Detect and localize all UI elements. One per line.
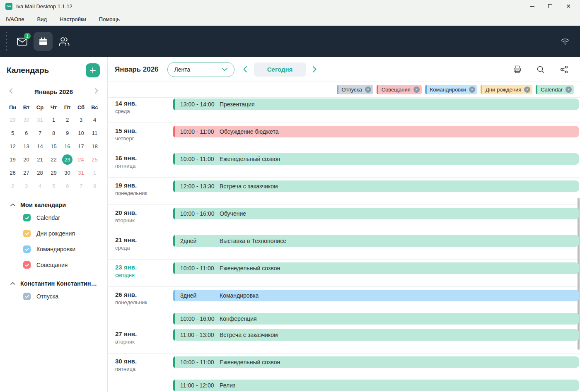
remove-filter-icon[interactable]: ✕ — [413, 87, 420, 93]
event-item[interactable]: 10:00 - 11:00Обсуждение бюджета — [173, 126, 579, 137]
mini-calendar-day[interactable]: 21 — [33, 153, 47, 166]
scrollbar-thumb[interactable] — [578, 198, 580, 350]
maximize-icon[interactable] — [541, 0, 559, 12]
event-time: 13:00 - 14:00 — [180, 101, 220, 108]
mini-calendar-day[interactable]: 4 — [88, 113, 102, 126]
remove-filter-icon[interactable]: ✕ — [524, 87, 530, 93]
share-button[interactable] — [559, 65, 569, 75]
calendar-list-item[interactable]: Командировки — [0, 241, 107, 257]
mini-calendar-day-label: 16 — [64, 143, 70, 149]
search-button[interactable] — [536, 65, 546, 75]
mini-calendar-day[interactable]: 3 — [74, 113, 88, 126]
event-item[interactable]: 13:00 - 14:00Презентация — [173, 99, 579, 110]
mini-calendar-day[interactable]: 20 — [19, 153, 33, 166]
calendar-list-item[interactable]: Совещания — [0, 257, 107, 273]
next-period-button[interactable] — [309, 63, 321, 77]
mini-calendar-day[interactable]: 23 — [60, 153, 74, 166]
event-item[interactable]: 12:00 - 13:30Встреча с заказчиком — [173, 180, 579, 192]
mini-calendar-day[interactable]: 6 — [60, 179, 74, 192]
calendar-checkbox[interactable] — [23, 214, 31, 221]
mini-calendar-day[interactable]: 28 — [33, 166, 47, 179]
event-item[interactable]: 10:00 - 11:00Еженедельный созвон — [173, 356, 579, 368]
minimize-icon[interactable] — [523, 0, 541, 12]
calendar-list-item[interactable]: Дни рождения — [0, 226, 107, 241]
check-icon — [25, 248, 29, 251]
prev-period-button[interactable] — [239, 63, 251, 77]
mini-calendar-day[interactable]: 3 — [19, 179, 33, 192]
add-calendar-button[interactable] — [86, 63, 100, 77]
remove-filter-icon[interactable]: ✕ — [365, 87, 371, 93]
event-item[interactable]: 10:00 - 11:00Еженедельный созвон — [173, 262, 579, 274]
calendar-button[interactable] — [34, 32, 53, 51]
view-select[interactable]: Лента — [167, 62, 234, 77]
window-title: Iva Mail Desktop 1.1.12 — [16, 3, 72, 10]
mini-calendar-day[interactable]: 19 — [6, 153, 19, 166]
mini-calendar-day-label: 30 — [23, 117, 29, 123]
today-button[interactable]: Сегодня — [254, 63, 306, 77]
menu-item[interactable]: Настройки — [60, 16, 86, 22]
calendar-list-item[interactable]: Отпуска — [0, 289, 107, 304]
mini-calendar-day[interactable]: 30 — [19, 113, 33, 126]
mini-calendar-day[interactable]: 2 — [6, 179, 19, 192]
event-item[interactable]: 3днейКомандировка — [173, 290, 579, 301]
menu-item[interactable]: Вид — [37, 16, 47, 22]
mini-calendar-day[interactable]: 7 — [33, 126, 47, 139]
calendar-checkbox[interactable] — [23, 293, 31, 300]
event-item[interactable]: 11:00 - 12:00Релиз — [173, 380, 579, 391]
print-button[interactable] — [512, 65, 522, 75]
mini-calendar-day[interactable]: 15 — [47, 139, 60, 153]
mini-calendar-day[interactable]: 26 — [6, 166, 19, 179]
event-item[interactable]: 10:00 - 16:00Обучение — [173, 208, 579, 219]
mini-calendar-day[interactable]: 18 — [88, 139, 102, 153]
event-accent-bar — [173, 208, 175, 219]
mini-calendar-day[interactable]: 10 — [74, 126, 88, 139]
mini-calendar-day[interactable]: 16 — [60, 139, 74, 153]
contacts-button[interactable] — [55, 32, 74, 51]
event-item[interactable]: 11:00 - 13:00Встреча с заказчиком — [173, 329, 579, 341]
calendar-section-header[interactable]: Константин Константин… — [0, 279, 107, 289]
mini-calendar-day[interactable]: 29 — [6, 113, 19, 126]
calendar-checkbox[interactable] — [23, 261, 31, 269]
mini-calendar-day[interactable]: 13 — [19, 139, 33, 153]
menu-item[interactable]: Помощь — [99, 16, 120, 22]
mini-calendar-day[interactable]: 29 — [47, 166, 60, 179]
mini-calendar-day[interactable]: 14 — [33, 139, 47, 153]
calendar-checkbox[interactable] — [23, 230, 31, 237]
mini-calendar-day[interactable]: 8 — [88, 179, 102, 192]
mini-calendar-day[interactable]: 5 — [47, 179, 60, 192]
mini-calendar-day[interactable]: 22 — [47, 153, 60, 166]
remove-filter-icon[interactable]: ✕ — [566, 87, 572, 93]
event-item[interactable]: 10:00 - 16:00Конференция — [173, 313, 579, 325]
mini-calendar-day[interactable]: 27 — [19, 166, 33, 179]
mini-calendar-day[interactable]: 1 — [88, 166, 102, 179]
mini-calendar-day[interactable]: 8 — [47, 126, 60, 139]
mini-next-month-button[interactable] — [95, 88, 98, 95]
mini-prev-month-button[interactable] — [9, 88, 12, 95]
mini-calendar-day[interactable]: 11 — [88, 126, 102, 139]
mini-calendar-day[interactable]: 6 — [19, 126, 33, 139]
close-icon[interactable]: ✕ — [559, 0, 578, 12]
mini-calendar-day[interactable]: 30 — [60, 166, 74, 179]
event-item[interactable]: 2днейВыставка в Технополисе — [173, 235, 579, 247]
mini-calendar-day[interactable]: 24 — [74, 153, 88, 166]
mini-calendar-day[interactable]: 9 — [60, 126, 74, 139]
remove-filter-icon[interactable]: ✕ — [469, 87, 475, 93]
mini-calendar-day[interactable]: 12 — [6, 139, 19, 153]
mini-calendar-day-label: 1 — [93, 170, 96, 176]
mini-calendar-day[interactable]: 5 — [6, 126, 19, 139]
event-item[interactable]: 10:00 - 11:00Еженедельный созвон — [173, 153, 579, 165]
mini-calendar-day[interactable]: 4 — [33, 179, 47, 192]
mini-calendar-day[interactable]: 31 — [74, 166, 88, 179]
menu-item[interactable]: IVAOne — [6, 16, 24, 22]
mini-calendar-day[interactable]: 25 — [88, 153, 102, 166]
calendar-list-item[interactable]: Calendar — [0, 210, 107, 226]
mail-button[interactable]: 1 — [12, 32, 31, 51]
mini-calendar-day[interactable]: 17 — [74, 139, 88, 153]
mini-calendar-day[interactable]: 2 — [60, 113, 74, 126]
mini-calendar-day[interactable]: 1 — [47, 113, 60, 126]
calendar-section-header[interactable]: Мои календари — [0, 200, 107, 210]
mini-calendar-day[interactable]: 7 — [74, 179, 88, 192]
mini-calendar-day[interactable]: 31 — [33, 113, 47, 126]
calendar-checkbox[interactable] — [23, 245, 31, 253]
drag-handle[interactable] — [6, 32, 7, 51]
